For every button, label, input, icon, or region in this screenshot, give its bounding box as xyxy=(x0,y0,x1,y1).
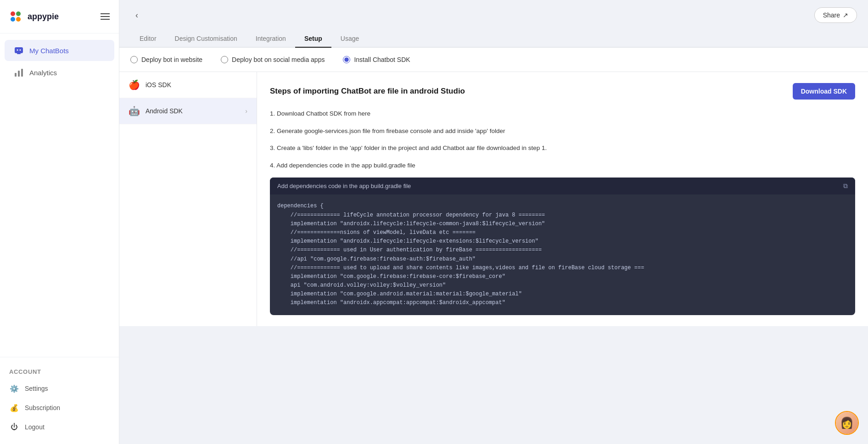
logo: appypie xyxy=(7,8,59,25)
svg-point-7 xyxy=(17,50,18,51)
step-4: 4. Add dependencies code in the app buil… xyxy=(270,161,855,171)
sidebar-item-subscription[interactable]: 💰 Subscription xyxy=(0,398,119,417)
ios-icon: 🍎 xyxy=(129,79,140,90)
sidebar: appypie My ChatBots xyxy=(0,0,119,444)
subscription-icon: 💰 xyxy=(9,403,19,413)
chat-avatar-image: 👩 xyxy=(836,412,858,434)
sidebar-item-analytics[interactable]: Analytics xyxy=(5,62,114,83)
top-bar: ‹ Share ↗ xyxy=(119,0,868,30)
code-block: Add dependencies code in the app build.g… xyxy=(270,178,855,315)
deploy-social-option[interactable]: Deploy bot on social media apps xyxy=(221,56,325,63)
android-icon: 🤖 xyxy=(129,105,140,117)
account-label: Account xyxy=(0,365,119,379)
svg-rect-6 xyxy=(17,53,21,54)
hamburger-line-3 xyxy=(101,19,110,20)
svg-rect-10 xyxy=(18,71,20,77)
sidebar-item-settings[interactable]: ⚙️ Settings xyxy=(0,379,119,398)
logo-icon xyxy=(7,8,24,25)
analytics-icon xyxy=(14,67,24,78)
deploy-social-radio[interactable] xyxy=(221,56,228,63)
settings-icon: ⚙️ xyxy=(9,383,19,394)
share-icon: ↗ xyxy=(843,11,848,19)
logo-text: appypie xyxy=(28,12,59,22)
page-body: Deploy bot in website Deploy bot on soci… xyxy=(119,48,868,444)
tab-design[interactable]: Design Customisation xyxy=(166,30,246,48)
install-sdk-option[interactable]: Install Chatbot SDK xyxy=(343,56,410,63)
tab-usage[interactable]: Usage xyxy=(331,30,368,48)
svg-rect-5 xyxy=(15,47,23,53)
svg-point-3 xyxy=(11,17,15,22)
android-sdk-chevron: › xyxy=(245,107,247,115)
sidebar-item-logout[interactable]: ⏻ Logout xyxy=(0,417,119,437)
android-sdk-label: Android SDK xyxy=(146,107,183,115)
tab-bar: Editor Design Customisation Integration … xyxy=(119,30,868,48)
deploy-website-radio[interactable] xyxy=(130,56,138,63)
tab-editor[interactable]: Editor xyxy=(130,30,166,48)
deploy-social-label: Deploy bot on social media apps xyxy=(232,56,325,63)
step-3: 3. Create a 'libs' folder in the 'app' f… xyxy=(270,143,855,153)
sidebar-item-chatbots[interactable]: My ChatBots xyxy=(5,40,114,61)
hamburger-line-1 xyxy=(101,13,110,14)
sidebar-item-chatbots-label: My ChatBots xyxy=(29,47,69,55)
share-label: Share xyxy=(823,11,840,19)
logout-label: Logout xyxy=(25,423,45,431)
sidebar-header: appypie xyxy=(0,0,119,33)
step-2: 2. Generate google-services.json file fr… xyxy=(270,126,855,136)
back-button[interactable]: ‹ xyxy=(130,9,143,22)
back-arrow-icon: ‹ xyxy=(135,11,138,20)
svg-rect-0 xyxy=(7,8,24,25)
android-sdk-item[interactable]: 🤖 Android SDK › xyxy=(119,98,257,124)
hamburger-button[interactable] xyxy=(99,11,112,22)
sidebar-nav: My ChatBots Analytics xyxy=(0,33,119,357)
sdk-container: 🍎 iOS SDK 🤖 Android SDK › Steps of impor… xyxy=(119,72,868,326)
tab-setup[interactable]: Setup xyxy=(295,30,331,48)
install-sdk-radio[interactable] xyxy=(343,56,350,63)
code-body: dependencies { //============= lifeCycle… xyxy=(270,194,855,315)
chatbots-icon xyxy=(14,45,24,56)
logout-icon: ⏻ xyxy=(9,422,19,432)
tab-integration[interactable]: Integration xyxy=(246,30,295,48)
code-block-title: Add dependencies code in the app build.g… xyxy=(277,183,411,189)
sdk-content-header: Steps of importing ChatBot are file in a… xyxy=(270,83,855,100)
sidebar-footer: Account ⚙️ Settings 💰 Subscription ⏻ Log… xyxy=(0,357,119,444)
install-sdk-label: Install Chatbot SDK xyxy=(354,56,410,63)
copy-icon[interactable]: ⧉ xyxy=(843,182,848,190)
step-1: 1. Download Chatbot SDK from here xyxy=(270,109,855,119)
hamburger-line-2 xyxy=(101,16,110,17)
deploy-website-option[interactable]: Deploy bot in website xyxy=(130,56,202,63)
main-content: ‹ Share ↗ Editor Design Customisation In… xyxy=(119,0,868,444)
subscription-label: Subscription xyxy=(25,404,60,411)
share-button[interactable]: Share ↗ xyxy=(814,7,857,23)
ios-sdk-item[interactable]: 🍎 iOS SDK xyxy=(119,72,257,98)
sdk-content: Steps of importing ChatBot are file in a… xyxy=(257,72,868,326)
svg-point-8 xyxy=(20,50,21,51)
svg-point-1 xyxy=(11,11,15,16)
sdk-sidebar: 🍎 iOS SDK 🤖 Android SDK › xyxy=(119,72,257,326)
sidebar-item-analytics-label: Analytics xyxy=(29,69,57,77)
ios-sdk-label: iOS SDK xyxy=(146,81,171,89)
svg-point-4 xyxy=(16,17,21,22)
svg-rect-9 xyxy=(15,73,17,77)
deploy-website-label: Deploy bot in website xyxy=(141,56,202,63)
settings-label: Settings xyxy=(25,385,48,392)
code-block-header: Add dependencies code in the app build.g… xyxy=(270,178,855,194)
sdk-content-title: Steps of importing ChatBot are file in a… xyxy=(270,87,465,96)
svg-rect-11 xyxy=(21,69,23,77)
chat-avatar[interactable]: 👩 xyxy=(835,411,859,435)
svg-point-2 xyxy=(16,11,21,16)
download-sdk-button[interactable]: Download SDK xyxy=(793,83,855,100)
deploy-options: Deploy bot in website Deploy bot on soci… xyxy=(119,48,868,72)
